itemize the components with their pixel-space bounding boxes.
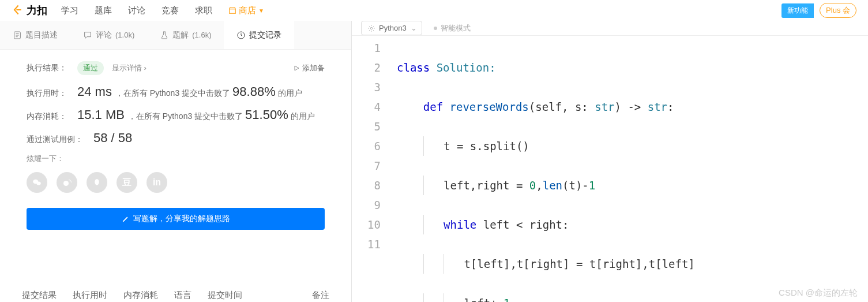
code-line[interactable]: while left < right:	[397, 215, 868, 234]
clock-icon	[236, 31, 246, 40]
status-badge: 通过	[77, 61, 104, 75]
result-header-row: 执行结果： 通过 显示详情 › 添加备	[27, 61, 325, 75]
smart-mode-label[interactable]: 智能模式	[434, 23, 471, 33]
nav-items: 学习 题库 讨论 竞赛 求职 商店 ▼	[61, 5, 264, 16]
col-memory[interactable]: 内存消耗	[123, 290, 158, 301]
left-pane: 题目描述 评论 (1.0k) 题解 (1.6k) 提交记录 执行结果： 通过 显…	[0, 21, 352, 302]
watermark: CSDN @命运的左轮	[779, 288, 858, 299]
line-gutter: 1 2 3 4 5 6 7 8 9 10 11	[352, 38, 392, 302]
linkedin-icon[interactable]: in	[146, 172, 167, 193]
memory-percentile: 51.50%	[245, 107, 288, 122]
col-language[interactable]: 语言	[174, 290, 191, 301]
col-result[interactable]: 提交结果	[22, 290, 57, 301]
qq-icon[interactable]	[87, 172, 107, 193]
comment-icon	[83, 31, 92, 40]
flask-icon	[160, 31, 169, 40]
main-split: 题目描述 评论 (1.0k) 题解 (1.6k) 提交记录 执行结果： 通过 显…	[0, 21, 868, 302]
caret-down-icon: ▼	[258, 8, 264, 14]
problem-tabs: 题目描述 评论 (1.0k) 题解 (1.6k) 提交记录	[0, 21, 351, 50]
language-select[interactable]: Python3	[361, 21, 422, 35]
runtime-row: 执行用时： 24 ms ，在所有 Python3 提交中击败了 98.88% 的…	[27, 84, 325, 99]
submission-table-header: 提交结果 执行用时 内存消耗 语言 提交时间 备注	[0, 290, 351, 302]
tab-solutions[interactable]: 题解 (1.6k)	[147, 21, 224, 49]
douban-icon[interactable]: 豆	[117, 172, 137, 193]
logo-icon	[12, 4, 23, 17]
tab-submissions[interactable]: 提交记录	[224, 21, 294, 49]
runtime-percentile: 98.88%	[232, 84, 276, 99]
svg-point-10	[370, 27, 373, 29]
logo[interactable]: 力扣	[12, 3, 47, 17]
code-editor[interactable]: 1 2 3 4 5 6 7 8 9 10 11 class Solution: …	[352, 36, 868, 302]
language-icon	[367, 24, 375, 32]
nav-store[interactable]: 商店 ▼	[228, 5, 264, 16]
col-runtime[interactable]: 执行用时	[73, 290, 107, 301]
weibo-icon[interactable]	[57, 172, 77, 193]
memory-row: 内存消耗： 15.1 MB ，在所有 Python3 提交中击败了 51.50%…	[27, 107, 325, 122]
share-icons: 豆 in	[27, 172, 325, 193]
col-note[interactable]: 备注	[312, 290, 329, 301]
tab-comments[interactable]: 评论 (1.0k)	[70, 21, 147, 49]
nav-right: 新功能 Plus 会	[781, 3, 856, 18]
svg-point-8	[63, 181, 69, 186]
play-icon	[293, 65, 300, 72]
code-line[interactable]: t[left],t[right] = t[right],t[left]	[397, 254, 868, 274]
top-nav: 力扣 学习 题库 讨论 竞赛 求职 商店 ▼ 新功能 Plus 会	[0, 0, 868, 21]
memory-value: 15.1 MB	[77, 107, 125, 122]
document-icon	[13, 31, 22, 40]
runtime-value: 24 ms	[77, 84, 112, 99]
code-line[interactable]: class Solution:	[397, 58, 868, 77]
nav-discuss[interactable]: 讨论	[128, 5, 145, 16]
nav-contest[interactable]: 竞赛	[161, 5, 179, 16]
write-solution-button[interactable]: 写题解，分享我的解题思路	[27, 208, 325, 230]
svg-point-9	[95, 179, 99, 185]
nav-problems[interactable]: 题库	[95, 5, 112, 16]
tab-description[interactable]: 题目描述	[0, 21, 70, 49]
pencil-icon	[122, 215, 130, 223]
result-card: 执行结果： 通过 显示详情 › 添加备 执行用时： 24 ms ，在所有 Pyt…	[0, 50, 351, 241]
code-line[interactable]: left,right = 0,len(t)-1	[397, 176, 868, 195]
nav-learn[interactable]: 学习	[61, 5, 78, 16]
svg-point-7	[36, 182, 41, 185]
code-content[interactable]: class Solution: def reverseWords(self, s…	[392, 38, 868, 302]
code-line[interactable]: t = s.split()	[397, 136, 868, 156]
right-pane: Python3 智能模式 1 2 3 4 5 6 7 8 9 10 11 cla…	[352, 21, 868, 302]
add-note-link[interactable]: 添加备	[293, 63, 325, 73]
editor-toolbar: Python3 智能模式	[352, 21, 868, 36]
code-line[interactable]: def reverseWords(self, s: str) -> str:	[397, 97, 868, 117]
result-label: 执行结果：	[27, 63, 67, 73]
nav-jobs[interactable]: 求职	[195, 5, 212, 16]
brand-text: 力扣	[27, 3, 47, 17]
new-feature-badge[interactable]: 新功能	[781, 3, 814, 18]
testcases-row: 通过测试用例： 58 / 58	[27, 131, 325, 146]
testcases-value: 58 / 58	[93, 131, 132, 146]
plus-badge[interactable]: Plus 会	[820, 3, 856, 18]
show-details-link[interactable]: 显示详情 ›	[112, 63, 146, 73]
col-time[interactable]: 提交时间	[208, 290, 242, 301]
store-icon	[228, 6, 236, 14]
wechat-icon[interactable]	[27, 172, 47, 193]
svg-rect-0	[230, 9, 236, 14]
share-label: 炫耀一下：	[27, 154, 325, 164]
